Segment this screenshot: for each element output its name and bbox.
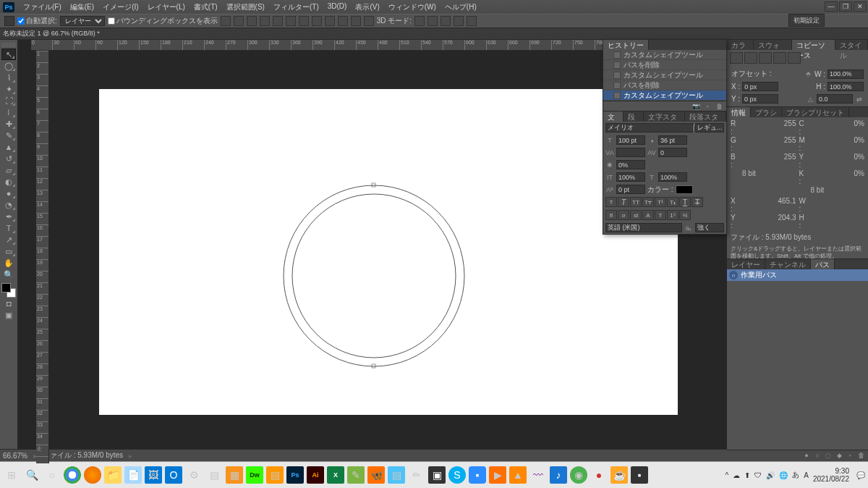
tsume-input[interactable] [616,160,645,169]
new-path-icon[interactable]: ▫ [846,451,854,460]
menu-type[interactable]: 書式(T) [190,1,222,14]
record-icon[interactable]: ● [590,466,608,484]
bold-button[interactable]: T [605,197,617,207]
app-icon[interactable]: ✎ [347,466,365,484]
app-icon[interactable]: 〰 [529,466,547,484]
auto-select-target[interactable]: レイヤー [60,16,105,26]
vscale-input[interactable] [616,172,645,182]
opentype-button[interactable]: T [655,210,666,220]
tray-chevron-icon[interactable]: ^ [726,471,729,479]
tab-color[interactable]: カラー [727,40,754,50]
maximize-button[interactable]: ❐ [839,1,852,12]
screen-mode-icon[interactable]: ▣ [1,309,16,321]
dodge-tool[interactable]: ◔ [1,199,16,211]
align-icon[interactable] [247,16,257,26]
menu-select[interactable]: 選択範囲(S) [222,1,269,14]
tray-network-icon[interactable]: 🌐 [779,471,788,479]
path-to-selection-icon[interactable]: ◌ [824,451,833,460]
tab-character[interactable]: 文字 [603,112,624,122]
3d-mode-icon[interactable] [427,16,438,26]
H-input[interactable] [827,82,864,91]
magic-wand-tool[interactable]: ✦ [1,83,16,95]
opentype-button[interactable]: fi [605,210,617,220]
distribute-icon[interactable] [364,16,374,26]
language-select[interactable] [605,223,682,232]
vlc-icon[interactable]: ▲ [509,466,527,484]
3d-mode-icon[interactable] [441,16,451,26]
W-input[interactable] [827,70,864,79]
antialias-select[interactable] [695,223,724,232]
workspace-switcher[interactable]: 初期設定 [788,14,825,27]
path-item[interactable]: ○ 作業用パス [727,269,868,281]
delete-path-icon[interactable]: 🗑 [856,451,865,460]
menu-image[interactable]: イメージ(I) [98,1,142,14]
eraser-tool[interactable]: ▱ [1,164,16,176]
tracking-input[interactable] [658,148,687,157]
menu-file[interactable]: ファイル(F) [19,1,66,14]
tab-swatches[interactable]: スウォッチ [754,40,792,50]
notification-icon[interactable]: 💬 [856,471,865,479]
tray-icon[interactable]: 🛡 [754,471,762,479]
file-size[interactable]: ファイル : 5.93M/0 bytes [43,450,123,460]
distribute-icon[interactable] [325,16,335,26]
healing-tool[interactable]: ✚ [1,118,16,130]
quick-mask-icon[interactable]: ◘ [1,298,16,309]
menu-help[interactable]: ヘルプ(H) [441,1,481,14]
align-icon[interactable] [260,16,270,26]
menu-layer[interactable]: レイヤー(L) [143,1,190,14]
ruler-vertical[interactable]: 0123456789101112131415161718192021222324… [36,40,49,463]
zoom-icon[interactable]: ▪ [469,466,486,484]
notepad-icon[interactable]: 📄 [124,466,142,484]
photoshop-icon[interactable]: Ps [286,466,304,484]
path-inner-circle[interactable] [292,194,456,358]
baseline-input[interactable] [616,185,645,194]
stamp-tool[interactable]: ▲ [1,141,16,153]
clone-source-icon[interactable] [730,52,743,64]
canvas[interactable] [99,89,678,415]
lasso-tool[interactable]: ⌇ [1,72,16,83]
trash-icon[interactable]: 🗑 [715,102,723,111]
Y-input[interactable] [742,94,778,104]
underline-button[interactable]: T [679,197,691,207]
fill-path-icon[interactable]: ● [802,451,811,460]
3d-mode-icon[interactable] [454,16,464,26]
media-icon[interactable]: ▶ [489,466,506,484]
tray-icon[interactable]: ⬆ [744,471,750,479]
bbox-checkbox[interactable] [108,17,115,25]
skype-icon[interactable]: S [448,466,466,484]
menu-view[interactable]: 表示(V) [351,1,383,14]
history-item[interactable]: カスタムシェイプツール [603,50,726,60]
anchor-point[interactable] [372,183,375,187]
font-size-input[interactable] [616,135,645,145]
smallcaps-button[interactable]: Tᴛ [642,197,654,207]
tab-para-style[interactable]: 段落スタイル [685,112,726,122]
illustrator-icon[interactable]: Ai [307,466,324,484]
selection-to-path-icon[interactable]: ◆ [835,451,843,460]
distribute-icon[interactable] [338,16,348,26]
tray-ime-icon[interactable]: あ [792,470,799,480]
tray-ime-icon[interactable]: A [804,471,809,479]
align-icon[interactable] [234,16,244,26]
3d-mode-icon[interactable] [467,16,477,26]
terminal-icon[interactable]: ▪ [631,466,648,484]
strike-button[interactable]: T [692,197,703,207]
opentype-button[interactable]: st [630,210,642,220]
leading-input[interactable] [658,135,687,145]
distribute-icon[interactable] [312,16,322,26]
align-icon[interactable] [273,16,283,26]
excel-icon[interactable]: X [327,466,344,484]
menu-edit[interactable]: 編集(E) [66,1,98,14]
gradient-tool[interactable]: ◐ [1,176,16,188]
system-clock[interactable]: 9:30 2021/08/22 [813,467,852,483]
minimize-button[interactable]: — [825,1,838,12]
app-icon[interactable]: ▤ [388,466,405,484]
subscript-button[interactable]: T₁ [667,197,678,207]
align-icon[interactable] [286,16,296,26]
tab-clone-source[interactable]: コピーソース [792,40,836,50]
toolbox-grip[interactable] [1,43,16,47]
italic-button[interactable]: T [618,197,629,207]
current-tool-icon[interactable] [4,16,14,26]
link-icon[interactable]: ⬘ [804,70,812,78]
search-icon[interactable]: 🔍 [23,466,41,484]
opentype-button[interactable]: σ [618,210,629,220]
